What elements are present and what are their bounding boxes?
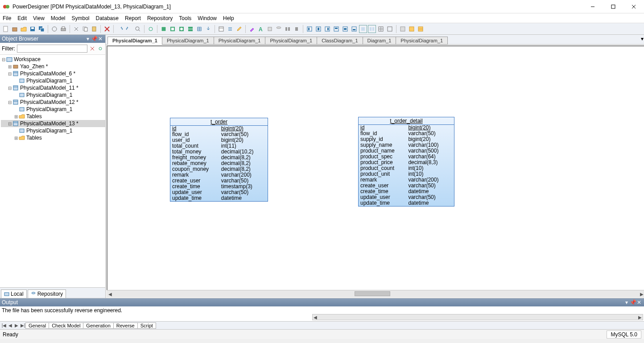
new-model-icon[interactable]	[11, 25, 19, 33]
menu-edit[interactable]: Edit	[17, 15, 27, 21]
tree-node[interactable]: PhysicalDiagram_1	[1, 127, 105, 134]
table-t-order[interactable]: t_order idbigint(20)flow_idvarchar(50)us…	[170, 118, 268, 202]
doc-tab[interactable]: PhysicalDiagram_1	[265, 37, 317, 45]
physical-icon[interactable]	[408, 25, 416, 33]
text-a-icon[interactable]: A	[257, 25, 265, 33]
zoom-menu-icon[interactable]	[386, 25, 394, 33]
filter-clear-icon[interactable]	[89, 45, 95, 52]
tree-node[interactable]: PhysicalDiagram_1	[1, 77, 105, 84]
panel-pin-icon[interactable]: 📌	[91, 36, 97, 42]
refresh-icon[interactable]	[147, 25, 155, 33]
minimize-button[interactable]	[582, 0, 603, 13]
close-button[interactable]	[623, 0, 644, 13]
undo-icon[interactable]	[116, 25, 124, 33]
tree-node[interactable]: ⊟Workspace	[1, 56, 105, 63]
db-icon[interactable]	[275, 25, 283, 33]
paste-icon[interactable]	[90, 25, 98, 33]
generate-icon[interactable]	[266, 25, 274, 33]
align6-icon[interactable]	[350, 25, 358, 33]
menu-file[interactable]: File	[3, 15, 11, 21]
menu-tools[interactable]: Tools	[179, 15, 191, 21]
tree-node[interactable]: PhysicalDiagram_1	[1, 91, 105, 99]
output-tab[interactable]: Reverse	[113, 322, 138, 329]
tree-node[interactable]: ⊟PhysicalDataModel_6 *	[1, 70, 105, 77]
view-mode1-icon[interactable]	[359, 25, 367, 33]
output-tab[interactable]: General	[25, 322, 49, 329]
panel-close-icon[interactable]: ✕	[97, 36, 103, 42]
open-icon[interactable]	[20, 25, 28, 33]
menu-report[interactable]: Report	[125, 15, 141, 21]
align1-icon[interactable]	[305, 25, 314, 33]
tree-node[interactable]: PhysicalDiagram_1	[1, 106, 105, 113]
cut-icon[interactable]	[72, 25, 80, 33]
tab-nav-prev-icon[interactable]: ◀	[7, 323, 13, 328]
diagram4-icon[interactable]	[186, 25, 194, 33]
doc-tab[interactable]: ClassDiagram_1	[317, 37, 363, 45]
tree-node[interactable]: ⊟PhysicalDataModel_12 *	[1, 99, 105, 106]
filter-input[interactable]	[17, 45, 87, 53]
output-tab[interactable]: Check Model	[49, 322, 83, 329]
brush-icon[interactable]	[248, 25, 256, 33]
menu-window[interactable]: Window	[198, 15, 217, 21]
align3-icon[interactable]	[323, 25, 331, 33]
left-tab-repository[interactable]: Repository	[28, 289, 66, 298]
tab-nav-last-icon[interactable]: ▶|	[20, 323, 26, 328]
panel-close-icon[interactable]: ✕	[636, 299, 642, 306]
redo-icon[interactable]	[125, 25, 133, 33]
export-icon[interactable]	[195, 25, 203, 33]
align5-icon[interactable]	[341, 25, 349, 33]
save-all-icon[interactable]	[37, 25, 45, 33]
tree-node[interactable]: ⊞Tables	[1, 113, 105, 120]
merge-icon[interactable]	[293, 25, 301, 33]
diagram3-icon[interactable]	[178, 25, 186, 33]
print-preview-icon[interactable]	[50, 25, 58, 33]
physical2-icon[interactable]	[417, 25, 425, 33]
diagram2-icon[interactable]	[169, 25, 177, 33]
panel-menu-icon[interactable]: ▾	[85, 36, 91, 42]
tree-node[interactable]: ⊟PhysicalDataModel_13 *	[1, 120, 105, 127]
diagram-canvas[interactable]: t_order idbigint(20)flow_idvarchar(50)us…	[107, 45, 644, 297]
diagram1-icon[interactable]	[160, 25, 168, 33]
canvas-hscroll[interactable]: ◀▶	[107, 290, 644, 297]
import-icon[interactable]	[204, 25, 212, 33]
tab-nav-next-icon[interactable]: ▶	[13, 323, 20, 328]
panel-menu-icon[interactable]: ▾	[623, 299, 630, 306]
delete-icon[interactable]	[103, 25, 111, 33]
check-icon[interactable]	[399, 25, 407, 33]
align2-icon[interactable]	[314, 25, 322, 33]
menu-repository[interactable]: Repository	[147, 15, 173, 21]
print-icon[interactable]	[59, 25, 67, 33]
menu-view[interactable]: View	[33, 15, 45, 21]
doc-tab[interactable]: PhysicalDiagram_1	[396, 37, 448, 45]
table-t-order-detail[interactable]: t_order_detail idbigint(20)flow_idvarcha…	[358, 117, 454, 207]
tab-menu-icon[interactable]: ▾	[641, 36, 644, 42]
edit-icon[interactable]	[235, 25, 243, 33]
tree-node[interactable]: ⊞Yao_Zhen *	[1, 63, 105, 70]
doc-tab[interactable]: Diagram_1	[363, 37, 396, 45]
new-icon[interactable]	[2, 25, 10, 33]
output-tab[interactable]: Script	[137, 322, 156, 329]
filter-refresh-icon[interactable]	[97, 45, 103, 52]
find-icon[interactable]	[134, 25, 142, 33]
align4-icon[interactable]	[332, 25, 340, 33]
save-icon[interactable]	[29, 25, 37, 33]
compare-icon[interactable]	[284, 25, 292, 33]
grid-icon[interactable]	[377, 25, 385, 33]
output-tab[interactable]: Generation	[83, 322, 113, 329]
copy-icon[interactable]	[81, 25, 89, 33]
doc-tab-active[interactable]: PhysicalDiagram_1	[107, 37, 162, 45]
properties-icon[interactable]	[217, 25, 225, 33]
tab-nav-first-icon[interactable]: |◀	[1, 323, 7, 328]
menu-database[interactable]: Database	[96, 15, 119, 21]
tree-node[interactable]: ⊟PhysicalDataModel_11 *	[1, 84, 105, 91]
menu-help[interactable]: Help	[223, 15, 234, 21]
panel-pin-icon[interactable]: 📌	[630, 299, 636, 306]
maximize-button[interactable]	[603, 0, 623, 13]
doc-tab[interactable]: PhysicalDiagram_1	[162, 37, 214, 45]
list-icon[interactable]	[226, 25, 234, 33]
left-tab-local[interactable]: Local	[1, 289, 27, 298]
doc-tab[interactable]: PhysicalDiagram_1	[214, 37, 266, 45]
menu-symbol[interactable]: Symbol	[72, 15, 90, 21]
tree-node[interactable]: ⊞Tables	[1, 134, 105, 141]
output-hscroll[interactable]: ◀▶	[312, 314, 643, 320]
